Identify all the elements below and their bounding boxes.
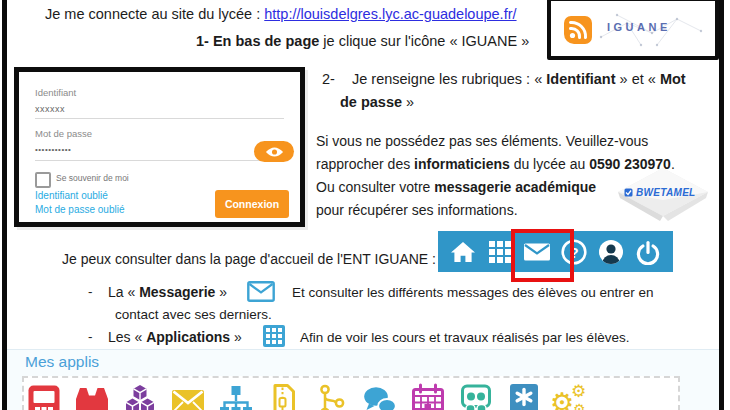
show-password-button[interactable]	[254, 141, 294, 162]
connexion-button[interactable]: Connexion	[215, 190, 289, 218]
gear-small-glyph: ⚙	[573, 402, 586, 410]
bwetamel-mark-icon	[624, 188, 633, 197]
bullet1-label: La « Messagerie »	[108, 284, 227, 300]
mail-highlight-box	[511, 229, 574, 282]
apps-grid-blue-icon	[263, 325, 285, 347]
password-label: Mot de passe	[35, 128, 92, 139]
step1-bold: En bas de page	[213, 33, 319, 49]
mail-outline-icon	[247, 281, 275, 302]
apps-grid-icon[interactable]	[487, 239, 513, 265]
branch-icon[interactable]	[314, 383, 350, 410]
password-underline	[35, 160, 284, 161]
zip-file-icon[interactable]	[266, 383, 302, 410]
bullet2-dash: -	[88, 329, 93, 344]
step2-line1: Je renseigne les rubriques : « Identifia…	[352, 71, 686, 87]
document-page: Je me connecte au site du lycée : http:/…	[0, 0, 730, 410]
kiosk-icon[interactable]	[26, 383, 62, 410]
step1-line: 1- En bas de page je clique sur l'icône …	[196, 33, 529, 49]
onisep-icon[interactable]: onisep	[506, 383, 542, 410]
power-icon[interactable]	[635, 239, 661, 265]
help-line1: Si vous ne possédez pas ses éléments. Ve…	[316, 133, 648, 149]
step1-rest: je clique sur l'icône « IGUANE »	[319, 33, 529, 49]
rss-icon	[564, 16, 592, 44]
iguane-brand-text: IGUANE	[607, 21, 671, 33]
iguane-banner[interactable]: IGUANE	[547, 0, 719, 60]
identifiant-input[interactable]: xxxxxx	[35, 104, 65, 114]
bwetamel-brand-text: BWETAMEL	[624, 187, 696, 198]
eye-icon	[265, 146, 284, 158]
home-icon[interactable]	[450, 239, 476, 265]
forgot-password-link[interactable]: Mot de passe oublié	[35, 204, 125, 215]
bullet2-label: Les « Applications »	[108, 329, 242, 345]
identifiant-label: Identifiant	[35, 87, 76, 98]
cubes-icon[interactable]	[122, 383, 158, 410]
help-line4: pour récupérer ses informations.	[316, 202, 518, 218]
forgot-identifiant-link[interactable]: Identifiant oublié	[35, 190, 108, 201]
identifiant-underline	[35, 118, 284, 119]
step2-line2: de passe »	[340, 94, 414, 110]
password-input[interactable]: •••••••••••	[35, 145, 71, 154]
consult-line: Je peux consulter dans la page d'accueil…	[62, 251, 436, 267]
mes-applis-title: Mes applis	[25, 353, 99, 371]
sitemap-icon[interactable]	[218, 383, 254, 410]
lycee-website-link[interactable]: http://louisdelgres.lyc.ac-guadeloupe.fr…	[264, 6, 516, 22]
slideshare-icon[interactable]	[458, 383, 494, 410]
bullet1-text-line2: contact avec ses derniers.	[115, 307, 272, 322]
envelope-icon[interactable]	[170, 383, 206, 410]
bwetamel-logo: BWETAMEL	[610, 166, 716, 222]
step2-number: 2-	[322, 71, 335, 87]
calendar-icon[interactable]	[410, 383, 446, 410]
login-form: Identifiant xxxxxx Mot de passe ••••••••…	[14, 67, 305, 227]
gears-icon[interactable]: ⚙ ⚙ ⚙	[552, 383, 588, 410]
intro-text: Je me connecte au site du lycée :	[45, 6, 264, 22]
bullet1-dash: -	[88, 284, 93, 299]
user-icon[interactable]	[598, 239, 624, 265]
intro-line: Je me connecte au site du lycée : http:/…	[45, 6, 517, 22]
gear-medium-glyph: ⚙	[571, 383, 586, 400]
bullet1-text-line1: Et consulter les différents messages des…	[292, 285, 653, 300]
help-line3: Ou consulter votre messagerie académique	[316, 179, 596, 195]
chat-icon[interactable]	[362, 383, 398, 410]
step1-number: 1-	[196, 33, 209, 49]
remember-me-checkbox[interactable]	[35, 172, 51, 188]
inbox-icon[interactable]	[74, 383, 110, 410]
bullet2-text: Afin de voir les cours et travaux réalis…	[300, 330, 629, 345]
page-border-right	[719, 0, 724, 410]
remember-me-label: Se souvenir de moi	[56, 173, 129, 183]
